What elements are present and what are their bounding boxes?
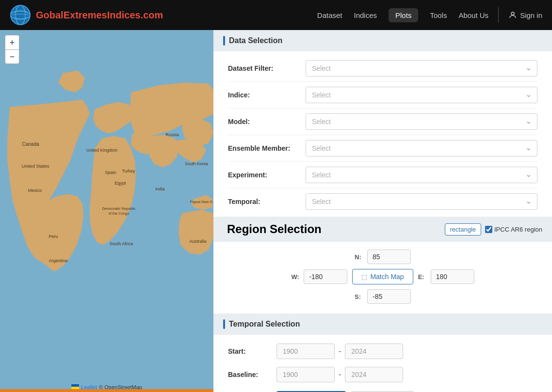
experiment-select[interactable]: Select [306, 167, 537, 183]
nav-about[interactable]: About Us [458, 11, 488, 19]
user-icon [508, 11, 517, 19]
country-label-argentina: Argentina [49, 258, 68, 263]
dataset-filter-select[interactable]: Select [306, 60, 537, 77]
zoom-in-button[interactable]: + [5, 35, 19, 49]
country-label-drc2: of the Congo [109, 211, 130, 216]
indice-label: Indice: [228, 91, 306, 99]
temporal-section-form: Start: - Baseline: - Plotting: Averag [213, 335, 552, 392]
ensemble-label: Ensemble Member: [228, 144, 306, 152]
country-label-sk: South Korea [185, 161, 208, 166]
temporal-bar [223, 319, 225, 329]
country-label-india: India [155, 187, 165, 191]
nav-tools[interactable]: Tools [430, 11, 447, 19]
east-label: E: [418, 273, 428, 281]
region-selection-title: Region Selection [227, 222, 322, 236]
temporal-selection-title: Temporal Selection [229, 320, 300, 329]
ipcc-checkbox[interactable] [485, 226, 492, 233]
country-label-sa: South Africa [110, 241, 133, 246]
data-selection-bar [223, 36, 225, 46]
west-input-group: W: [291, 269, 347, 284]
temporal-select-wrapper: Select [306, 193, 537, 210]
nav-indices[interactable]: Indices [354, 11, 377, 19]
plotting-row: Plotting: Average Map Time-Series [228, 386, 537, 392]
south-row: S: [355, 289, 411, 304]
start-dash: - [339, 347, 341, 356]
dataset-filter-select-wrapper: Select [306, 60, 537, 77]
baseline-row: Baseline: - [228, 363, 537, 386]
map-panel: + − [0, 30, 213, 392]
temporal-row: Temporal: Select [228, 188, 537, 215]
nav-divider [498, 7, 499, 23]
data-selection-form: Dataset Filter: Select Indice: Select Mo… [213, 51, 552, 217]
baseline-from-input[interactable] [276, 367, 335, 382]
west-input[interactable] [304, 269, 347, 284]
zoom-out-button[interactable]: − [5, 49, 19, 64]
start-from-input[interactable] [276, 344, 335, 359]
country-label-peru: Peru [49, 234, 58, 239]
middle-row: W: ⬚ Match Map E: [291, 269, 474, 284]
coord-grid: N: W: ⬚ Match Map E: [213, 242, 552, 314]
north-input-group: N: [355, 250, 411, 264]
north-row: N: [355, 250, 411, 264]
country-label-mexico: Mexico [28, 188, 42, 193]
logo-suffix: .com [141, 10, 163, 20]
rectangle-button[interactable]: rectangle [445, 223, 481, 235]
nav-links: Dataset Indices Plots Tools About Us [317, 8, 488, 22]
north-input[interactable] [367, 250, 411, 264]
logo-main: GobalExtremesIndices [36, 10, 141, 20]
start-to-input[interactable] [345, 344, 403, 359]
country-label-canada: Canada [22, 141, 39, 147]
model-label: Model: [228, 118, 306, 125]
nav-dataset[interactable]: Dataset [317, 11, 342, 19]
temporal-label: Temporal: [228, 198, 306, 205]
country-label-png: Papua New G... [190, 200, 213, 204]
right-panel: Data Selection Dataset Filter: Select In… [213, 30, 552, 392]
ukraine-flag-icon [71, 384, 79, 389]
map-controls: + − [5, 35, 19, 64]
region-selection-header: Region Selection rectangle IPCC AR6 regi… [213, 217, 552, 242]
temporal-select[interactable]: Select [306, 193, 537, 210]
east-input[interactable] [431, 269, 474, 284]
indice-select[interactable]: Select [306, 87, 537, 103]
ipcc-checkbox-area: IPCC AR6 region [485, 226, 542, 233]
country-label-turkey: Turkey [122, 169, 135, 173]
country-label-russia: Russia [165, 132, 179, 137]
model-select[interactable]: Select [306, 113, 537, 130]
country-label-drc: Democratic Republic [102, 206, 135, 211]
baseline-inputs: - [276, 367, 403, 382]
country-label-us: United States [21, 163, 49, 169]
experiment-row: Experiment: Select [228, 162, 537, 188]
ipcc-label: IPCC AR6 region [494, 226, 542, 233]
south-input[interactable] [367, 289, 411, 304]
world-map: Canada United States Mexico Peru Argenti… [0, 30, 213, 392]
country-label-egypt: Egypt [114, 181, 126, 186]
model-select-wrapper: Select [306, 113, 537, 130]
start-row: Start: - [228, 340, 537, 363]
south-input-group: S: [355, 289, 411, 304]
region-header-left: Region Selection [223, 222, 441, 236]
baseline-to-input[interactable] [345, 367, 403, 382]
east-input-group: E: [418, 269, 474, 284]
ensemble-select[interactable]: Select [306, 140, 537, 157]
logo-area: GobalExtremesIndices.com [10, 4, 317, 26]
country-label-spain: Spain [105, 170, 116, 175]
sign-in-button[interactable]: Sign in [508, 11, 542, 19]
ensemble-select-wrapper: Select [306, 140, 537, 157]
match-map-label: Match Map [370, 273, 404, 281]
temporal-selection-header: Temporal Selection [213, 314, 552, 335]
south-label: S: [355, 293, 364, 300]
data-selection-title: Data Selection [229, 36, 282, 45]
match-map-button[interactable]: ⬚ Match Map [352, 269, 413, 284]
dataset-filter-label: Dataset Filter: [228, 64, 306, 72]
start-label: Start: [228, 347, 276, 355]
sign-in-label: Sign in [520, 11, 542, 19]
ensemble-row: Ensemble Member: Select [228, 135, 537, 162]
indice-select-wrapper: Select [306, 87, 537, 103]
header: GobalExtremesIndices.com Dataset Indices… [0, 0, 552, 30]
start-inputs: - [276, 344, 403, 359]
nav-plots[interactable]: Plots [389, 8, 418, 22]
main-content: + − [0, 30, 552, 392]
match-map-icon: ⬚ [361, 273, 367, 281]
experiment-select-wrapper: Select [306, 167, 537, 183]
region-header-right: rectangle IPCC AR6 region [445, 223, 542, 235]
